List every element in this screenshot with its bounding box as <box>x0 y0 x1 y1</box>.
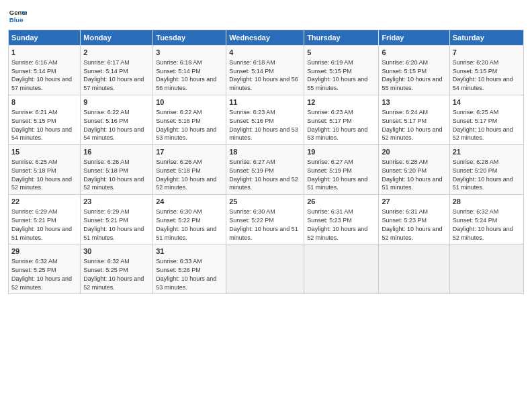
week-row-4: 22Sunrise: 6:29 AMSunset: 5:21 PMDayligh… <box>9 195 524 244</box>
day-info: Sunrise: 6:26 AMSunset: 5:18 PMDaylight:… <box>156 158 216 191</box>
calendar-cell: 25Sunrise: 6:30 AMSunset: 5:22 PMDayligh… <box>226 195 304 244</box>
calendar-cell <box>304 244 379 294</box>
calendar-cell: 23Sunrise: 6:29 AMSunset: 5:21 PMDayligh… <box>81 195 153 244</box>
day-number: 6 <box>382 48 446 58</box>
day-number: 28 <box>453 197 521 207</box>
logo-icon: General Blue <box>8 7 27 26</box>
day-info: Sunrise: 6:32 AMSunset: 5:25 PMDaylight:… <box>83 258 144 290</box>
day-info: Sunrise: 6:33 AMSunset: 5:26 PMDaylight:… <box>156 258 216 290</box>
svg-text:Blue: Blue <box>9 16 24 24</box>
calendar-cell: 16Sunrise: 6:26 AMSunset: 5:18 PMDayligh… <box>81 145 153 195</box>
week-row-1: 1Sunrise: 6:16 AMSunset: 5:14 PMDaylight… <box>9 46 524 95</box>
calendar-cell: 15Sunrise: 6:25 AMSunset: 5:18 PMDayligh… <box>9 145 81 195</box>
day-number: 11 <box>229 97 301 107</box>
calendar-cell: 8Sunrise: 6:21 AMSunset: 5:15 PMDaylight… <box>9 95 81 145</box>
day-info: Sunrise: 6:30 AMSunset: 5:22 PMDaylight:… <box>156 208 216 240</box>
calendar-cell: 11Sunrise: 6:23 AMSunset: 5:16 PMDayligh… <box>226 95 304 145</box>
day-number: 21 <box>453 147 521 157</box>
day-number: 9 <box>83 97 150 107</box>
day-number: 29 <box>11 246 77 257</box>
calendar-cell: 10Sunrise: 6:22 AMSunset: 5:16 PMDayligh… <box>153 95 226 145</box>
col-header-wednesday: Wednesday <box>226 30 304 46</box>
day-number: 30 <box>83 246 150 257</box>
col-header-tuesday: Tuesday <box>153 30 226 46</box>
col-header-saturday: Saturday <box>449 30 523 46</box>
day-number: 3 <box>156 48 223 58</box>
calendar-cell: 19Sunrise: 6:27 AMSunset: 5:19 PMDayligh… <box>304 145 379 195</box>
day-info: Sunrise: 6:22 AMSunset: 5:16 PMDaylight:… <box>156 109 216 141</box>
calendar-cell: 14Sunrise: 6:25 AMSunset: 5:17 PMDayligh… <box>449 95 523 145</box>
day-info: Sunrise: 6:18 AMSunset: 5:14 PMDaylight:… <box>229 59 298 91</box>
calendar-table: SundayMondayTuesdayWednesdayThursdayFrid… <box>8 30 524 294</box>
week-row-2: 8Sunrise: 6:21 AMSunset: 5:15 PMDaylight… <box>9 95 524 145</box>
calendar-cell: 4Sunrise: 6:18 AMSunset: 5:14 PMDaylight… <box>226 46 304 95</box>
calendar-cell: 31Sunrise: 6:33 AMSunset: 5:26 PMDayligh… <box>153 244 226 294</box>
calendar-cell <box>449 244 523 294</box>
day-info: Sunrise: 6:27 AMSunset: 5:19 PMDaylight:… <box>307 158 367 191</box>
week-row-5: 29Sunrise: 6:32 AMSunset: 5:25 PMDayligh… <box>9 244 524 294</box>
day-info: Sunrise: 6:17 AMSunset: 5:14 PMDaylight:… <box>83 59 144 91</box>
day-number: 13 <box>382 97 446 107</box>
day-info: Sunrise: 6:20 AMSunset: 5:15 PMDaylight:… <box>453 59 513 91</box>
calendar-cell: 18Sunrise: 6:27 AMSunset: 5:19 PMDayligh… <box>226 145 304 195</box>
calendar-cell: 13Sunrise: 6:24 AMSunset: 5:17 PMDayligh… <box>379 95 449 145</box>
day-number: 26 <box>307 197 375 207</box>
calendar-cell: 17Sunrise: 6:26 AMSunset: 5:18 PMDayligh… <box>153 145 226 195</box>
calendar-cell: 7Sunrise: 6:20 AMSunset: 5:15 PMDaylight… <box>449 46 523 95</box>
day-number: 22 <box>11 197 77 207</box>
day-info: Sunrise: 6:21 AMSunset: 5:15 PMDaylight:… <box>11 109 72 141</box>
day-info: Sunrise: 6:26 AMSunset: 5:18 PMDaylight:… <box>83 158 144 191</box>
day-info: Sunrise: 6:23 AMSunset: 5:17 PMDaylight:… <box>307 109 367 141</box>
day-number: 16 <box>83 147 150 157</box>
day-number: 20 <box>382 147 446 157</box>
col-header-monday: Monday <box>81 30 153 46</box>
calendar-cell: 12Sunrise: 6:23 AMSunset: 5:17 PMDayligh… <box>304 95 379 145</box>
week-row-3: 15Sunrise: 6:25 AMSunset: 5:18 PMDayligh… <box>9 145 524 195</box>
calendar-cell <box>226 244 304 294</box>
day-number: 24 <box>156 197 223 207</box>
calendar-cell: 5Sunrise: 6:19 AMSunset: 5:15 PMDaylight… <box>304 46 379 95</box>
day-info: Sunrise: 6:30 AMSunset: 5:22 PMDaylight:… <box>229 208 298 240</box>
calendar-cell: 30Sunrise: 6:32 AMSunset: 5:25 PMDayligh… <box>81 244 153 294</box>
day-number: 15 <box>11 147 77 157</box>
calendar-cell: 20Sunrise: 6:28 AMSunset: 5:20 PMDayligh… <box>379 145 449 195</box>
day-number: 2 <box>83 48 150 58</box>
day-info: Sunrise: 6:27 AMSunset: 5:19 PMDaylight:… <box>229 158 298 191</box>
day-info: Sunrise: 6:19 AMSunset: 5:15 PMDaylight:… <box>307 59 367 91</box>
header-row: General Blue <box>8 7 524 26</box>
day-info: Sunrise: 6:32 AMSunset: 5:25 PMDaylight:… <box>11 258 72 290</box>
day-info: Sunrise: 6:29 AMSunset: 5:21 PMDaylight:… <box>83 208 144 240</box>
calendar-cell: 21Sunrise: 6:28 AMSunset: 5:20 PMDayligh… <box>449 145 523 195</box>
day-number: 31 <box>156 246 223 257</box>
calendar-cell: 2Sunrise: 6:17 AMSunset: 5:14 PMDaylight… <box>81 46 153 95</box>
col-header-sunday: Sunday <box>9 30 81 46</box>
day-info: Sunrise: 6:31 AMSunset: 5:23 PMDaylight:… <box>307 208 367 240</box>
header-row-table: SundayMondayTuesdayWednesdayThursdayFrid… <box>9 30 524 46</box>
day-number: 23 <box>83 197 150 207</box>
calendar-cell: 29Sunrise: 6:32 AMSunset: 5:25 PMDayligh… <box>9 244 81 294</box>
col-header-thursday: Thursday <box>304 30 379 46</box>
day-info: Sunrise: 6:25 AMSunset: 5:18 PMDaylight:… <box>11 158 72 191</box>
day-number: 5 <box>307 48 375 58</box>
day-number: 8 <box>11 97 77 107</box>
day-number: 27 <box>382 197 446 207</box>
calendar-cell: 1Sunrise: 6:16 AMSunset: 5:14 PMDaylight… <box>9 46 81 95</box>
calendar-cell: 22Sunrise: 6:29 AMSunset: 5:21 PMDayligh… <box>9 195 81 244</box>
calendar-cell: 28Sunrise: 6:32 AMSunset: 5:24 PMDayligh… <box>449 195 523 244</box>
day-number: 17 <box>156 147 223 157</box>
day-info: Sunrise: 6:22 AMSunset: 5:16 PMDaylight:… <box>83 109 144 141</box>
day-number: 4 <box>229 48 301 58</box>
calendar-cell: 24Sunrise: 6:30 AMSunset: 5:22 PMDayligh… <box>153 195 226 244</box>
calendar-cell: 26Sunrise: 6:31 AMSunset: 5:23 PMDayligh… <box>304 195 379 244</box>
day-info: Sunrise: 6:28 AMSunset: 5:20 PMDaylight:… <box>382 158 442 191</box>
calendar-cell <box>379 244 449 294</box>
day-info: Sunrise: 6:28 AMSunset: 5:20 PMDaylight:… <box>453 158 513 191</box>
day-number: 1 <box>11 48 77 58</box>
day-info: Sunrise: 6:23 AMSunset: 5:16 PMDaylight:… <box>229 109 298 141</box>
day-info: Sunrise: 6:16 AMSunset: 5:14 PMDaylight:… <box>11 59 72 91</box>
calendar-cell: 9Sunrise: 6:22 AMSunset: 5:16 PMDaylight… <box>81 95 153 145</box>
day-number: 10 <box>156 97 223 107</box>
day-info: Sunrise: 6:18 AMSunset: 5:14 PMDaylight:… <box>156 59 216 91</box>
page-container: General Blue SundayMondayTuesdayWednesda… <box>0 0 532 301</box>
day-info: Sunrise: 6:20 AMSunset: 5:15 PMDaylight:… <box>382 59 442 91</box>
